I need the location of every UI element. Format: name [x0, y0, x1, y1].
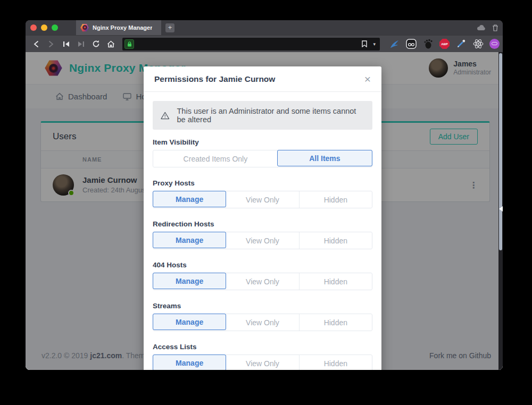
- item-visibility-group: Created Items Only All Items: [153, 150, 372, 167]
- reload-icon[interactable]: [89, 38, 102, 50]
- window-controls: [26, 20, 63, 35]
- streams-hidden[interactable]: Hidden: [299, 314, 372, 331]
- admin-alert-text: This user is an Administrator and some i…: [177, 107, 364, 124]
- url-bar[interactable]: ▾: [122, 38, 380, 50]
- browser-tab-bar: Nginx Proxy Manager +: [26, 20, 503, 35]
- browser-viewport: Nginx Proxy Manager James Administrator …: [26, 52, 503, 370]
- new-tab-button[interactable]: +: [165, 23, 174, 32]
- access-lists-manage[interactable]: Manage: [153, 355, 226, 370]
- close-window-button[interactable]: [30, 24, 37, 31]
- extension-icons: ABP: [388, 38, 503, 49]
- access-lists-group: Manage View Only Hidden: [153, 355, 372, 370]
- access-lists-hidden[interactable]: Hidden: [299, 355, 372, 370]
- session-forward-icon[interactable]: [74, 38, 87, 50]
- bookmark-caret-down-icon[interactable]: ▾: [373, 41, 376, 47]
- redirection-hosts-group: Manage View Only Hidden: [153, 232, 372, 249]
- browser-tab[interactable]: Nginx Proxy Manager: [76, 20, 161, 35]
- modal-title: Permissions for Jamie Curnow: [154, 74, 275, 84]
- permissions-modal: Permissions for Jamie Curnow × This user…: [144, 66, 381, 370]
- favicon-nginx-proxy-manager: [80, 24, 89, 32]
- back-icon[interactable]: [30, 38, 43, 50]
- desktop-background: Nginx Proxy Manager +: [0, 0, 532, 405]
- tab-title: Nginx Proxy Manager: [93, 24, 152, 31]
- proxy-hosts-view-only[interactable]: View Only: [226, 191, 298, 208]
- session-back-icon[interactable]: [60, 38, 72, 50]
- proxy-hosts-hidden[interactable]: Hidden: [299, 191, 372, 208]
- minimize-window-button[interactable]: [41, 24, 47, 31]
- trash-icon[interactable]: [492, 24, 498, 31]
- 404-hosts-view-only[interactable]: View Only: [226, 273, 298, 290]
- 404-hosts-group: Manage View Only Hidden: [153, 273, 372, 290]
- 404-hosts-hidden[interactable]: Hidden: [299, 273, 372, 290]
- bookmark-icon[interactable]: [358, 38, 371, 50]
- browser-window: Nginx Proxy Manager +: [26, 20, 503, 370]
- proxy-hosts-label: Proxy Hosts: [153, 179, 372, 187]
- home-icon[interactable]: [104, 38, 117, 50]
- gnome-foot-extension-icon[interactable]: [422, 38, 434, 49]
- maximize-window-button[interactable]: [52, 24, 58, 31]
- streams-group: Manage View Only Hidden: [153, 314, 372, 331]
- admin-alert: This user is an Administrator and some i…: [153, 101, 372, 130]
- proxy-hosts-manage[interactable]: Manage: [153, 191, 226, 207]
- streams-label: Streams: [153, 302, 372, 310]
- redirection-hosts-view-only[interactable]: View Only: [226, 232, 298, 249]
- redirection-hosts-hidden[interactable]: Hidden: [299, 232, 372, 249]
- redirection-hosts-manage[interactable]: Manage: [153, 232, 226, 248]
- bird-extension-icon[interactable]: [388, 38, 400, 49]
- robot-extension-icon[interactable]: [405, 38, 417, 49]
- purple-extension-icon[interactable]: [489, 39, 500, 49]
- color-picker-extension-icon[interactable]: [455, 38, 467, 49]
- adblock-plus-extension-icon[interactable]: ABP: [439, 39, 450, 49]
- close-icon[interactable]: ×: [364, 73, 371, 85]
- streams-manage[interactable]: Manage: [153, 314, 226, 330]
- lock-icon[interactable]: [124, 39, 134, 49]
- option-created-items-only[interactable]: Created Items Only: [153, 150, 278, 167]
- access-lists-label: Access Lists: [153, 343, 372, 351]
- proxy-hosts-group: Manage View Only Hidden: [153, 191, 372, 208]
- redirection-hosts-label: Redirection Hosts: [153, 220, 372, 228]
- streams-view-only[interactable]: View Only: [226, 314, 298, 331]
- warning-icon: [161, 111, 170, 120]
- 404-hosts-manage[interactable]: Manage: [153, 273, 226, 289]
- forward-icon[interactable]: [45, 38, 57, 50]
- edge-arrow-marker: [499, 206, 503, 212]
- react-atom-extension-icon[interactable]: [472, 38, 484, 49]
- scrollbar-thumb[interactable]: [499, 53, 502, 250]
- access-lists-view-only[interactable]: View Only: [226, 355, 298, 370]
- cloud-sync-icon[interactable]: [477, 25, 486, 31]
- option-all-items[interactable]: All Items: [277, 150, 372, 166]
- browser-toolbar: ▾ ABP: [26, 35, 503, 52]
- 404-hosts-label: 404 Hosts: [153, 261, 372, 269]
- item-visibility-label: Item Visibility: [153, 138, 372, 146]
